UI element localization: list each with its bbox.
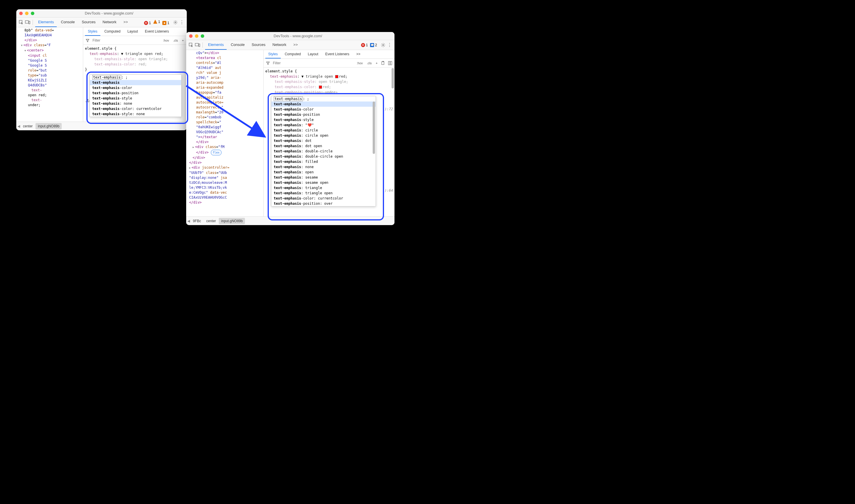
subtab-listeners[interactable]: Event Listeners [322, 50, 352, 58]
autocomplete-item[interactable]: text-emphasis: sesame [271, 175, 376, 180]
dom-node[interactable]: cQv"></div> [187, 51, 263, 56]
copy-styles-icon[interactable] [380, 60, 386, 66]
tab-sources[interactable]: Sources [79, 17, 99, 27]
dom-node[interactable]: KEwjS1ZLI [17, 78, 82, 83]
autocomplete-item[interactable]: text-emphasis-style [271, 117, 376, 123]
autocomplete-item[interactable]: text-emphasis: filled [271, 159, 376, 164]
dom-node[interactable]: <div class="F [17, 43, 82, 48]
maximize-icon[interactable] [31, 12, 34, 15]
dom-node[interactable]: text- [17, 98, 82, 103]
subtab-layout[interactable]: Layout [305, 50, 321, 58]
autocomplete-item[interactable]: text-emphasis: none [90, 101, 181, 106]
kebab-icon[interactable]: ⋮ [387, 42, 392, 48]
subtab-more[interactable]: >> [354, 50, 363, 58]
dom-node[interactable]: </div> [187, 200, 263, 205]
autocomplete-item[interactable]: text-emphasis: dot [271, 138, 376, 143]
autocomplete-item[interactable]: text-emphasis-color: currentcolor [271, 196, 376, 201]
autocomplete-item[interactable]: text-emphasis-position: over [271, 201, 376, 206]
tab-console[interactable]: Console [58, 17, 78, 27]
breadcrumbs[interactable]: ◀ 9FBc center input.gNO89b [186, 216, 394, 225]
crumb-left-icon[interactable]: ◀ [188, 219, 190, 223]
cls-button[interactable]: .cls [366, 61, 373, 66]
autocomplete-item[interactable]: text-emphasis-color [271, 107, 376, 112]
subtab-listeners[interactable]: Event Listeners [142, 28, 172, 36]
computed-toggle-icon[interactable] [388, 60, 393, 66]
subtab-computed[interactable]: Computed [282, 50, 304, 58]
autocomplete-item[interactable]: text-emphasis-color: currentcolor [90, 106, 181, 111]
autocomplete-item[interactable]: text-emphasis: triangle [271, 185, 376, 191]
dom-node[interactable]: IAxUqWUEAHQU4 [17, 33, 82, 38]
tab-elements[interactable]: Elements [35, 17, 57, 27]
tab-console[interactable]: Console [228, 40, 248, 50]
autocomplete-popup-before[interactable]: text-emphasis: ; text-emphasistext-empha… [90, 74, 181, 117]
autocomplete-item[interactable]: text-emphasis: circle [271, 128, 376, 133]
scrollbar-thumb[interactable] [373, 102, 375, 154]
dom-node[interactable]: e:CmVOgc" data-vec [187, 190, 263, 195]
autocomplete-item[interactable]: text-emphasis-position [90, 90, 181, 96]
autocomplete-input[interactable]: text-emphasis: ; [271, 96, 376, 102]
autocomplete-item[interactable]: text-emphasis: "❤️" [271, 123, 376, 128]
hov-button[interactable]: :hov [162, 38, 170, 43]
dom-node[interactable]: role="but [17, 68, 82, 73]
plus-button[interactable]: + [375, 61, 379, 66]
dom-node[interactable]: </div> [187, 155, 263, 160]
dom-node[interactable]: <div jscontroller= [187, 165, 263, 170]
autocomplete-item[interactable]: text-emphasis-style: none [90, 111, 181, 116]
dom-node[interactable]: "UUbT9" class="UUb [187, 170, 263, 175]
status-badge[interactable]: ✕1 [144, 21, 151, 25]
tab-sources[interactable]: Sources [249, 40, 268, 50]
inspect-icon[interactable] [19, 20, 24, 25]
autocomplete-item[interactable]: text-emphasis: double-circle [271, 149, 376, 154]
dom-node[interactable]: "Alh6id" aut [187, 66, 263, 70]
tab-network[interactable]: Network [100, 17, 120, 27]
breadcrumbs[interactable]: ◀ center input.gNO89b [16, 122, 187, 130]
dom-node[interactable]: open red; [17, 93, 82, 98]
hov-button[interactable]: :hov [356, 61, 364, 66]
dom-node[interactable]: rch" value j [187, 70, 263, 75]
dom-node[interactable]: <textarea cl [187, 56, 263, 60]
dom-node[interactable]: type="sub [17, 73, 82, 78]
subtab-computed[interactable]: Computed [102, 28, 123, 36]
dom-node[interactable]: tzDCd;mouseleave:M [187, 180, 263, 185]
kebab-icon[interactable]: ⋮ [179, 20, 184, 25]
autocomplete-popup-after[interactable]: text-emphasis: ; text-emphasistext-empha… [271, 96, 376, 206]
color-swatch-icon[interactable] [335, 75, 338, 78]
close-icon[interactable] [189, 34, 193, 38]
gear-icon[interactable] [173, 20, 178, 25]
cls-button[interactable]: .cls [172, 38, 179, 43]
crumb[interactable]: 9FBc [191, 218, 203, 224]
minimize-icon[interactable] [25, 12, 29, 15]
dom-node[interactable]: </div> [17, 38, 82, 43]
dom-node[interactable]: "Google S [17, 63, 82, 68]
dom-node[interactable]: </div> flex [187, 150, 263, 155]
maximize-icon[interactable] [201, 34, 204, 38]
tab-more[interactable]: >> [290, 40, 301, 50]
autocomplete-item[interactable]: text-emphasis-color [90, 85, 181, 90]
device-icon[interactable] [25, 20, 30, 25]
plus-button[interactable]: + [181, 38, 185, 43]
subtab-styles[interactable]: Styles [85, 28, 100, 36]
minimize-icon[interactable] [195, 34, 198, 38]
crumb-selected[interactable]: input.gNO89b [35, 123, 62, 129]
device-icon[interactable] [195, 42, 200, 48]
autocomplete-item[interactable]: text-emphasis: triangle open [271, 191, 376, 196]
autocomplete-item[interactable]: text-emphasis-position [271, 112, 376, 117]
crumb[interactable]: center [204, 218, 218, 224]
color-swatch-icon[interactable] [319, 86, 322, 89]
autocomplete-item[interactable]: text-emphasis-style [90, 96, 181, 101]
status-badge[interactable]: ■1 [162, 21, 169, 25]
gear-icon[interactable] [380, 42, 386, 48]
autocomplete-item[interactable]: text-emphasis [90, 80, 181, 85]
crumb[interactable]: center [21, 123, 35, 129]
dom-node[interactable]: CIAxUzV0EAHU0VOGcC [187, 195, 263, 200]
autocomplete-input[interactable]: text-emphasis: ; [90, 75, 181, 80]
dom-node[interactable]: "Google S [17, 58, 82, 63]
filter-input[interactable] [92, 38, 160, 43]
crumb-left-icon[interactable]: ◀ [17, 124, 20, 128]
dom-node[interactable]: controls="Al [187, 60, 263, 66]
dom-node[interactable]: <center> [17, 48, 82, 53]
dom-node[interactable]: "display:none" jsa [187, 175, 263, 180]
autocomplete-item[interactable]: text-emphasis: sesame open [271, 180, 376, 185]
tab-network[interactable]: Network [270, 40, 289, 50]
dom-node[interactable]: text- [17, 88, 82, 93]
